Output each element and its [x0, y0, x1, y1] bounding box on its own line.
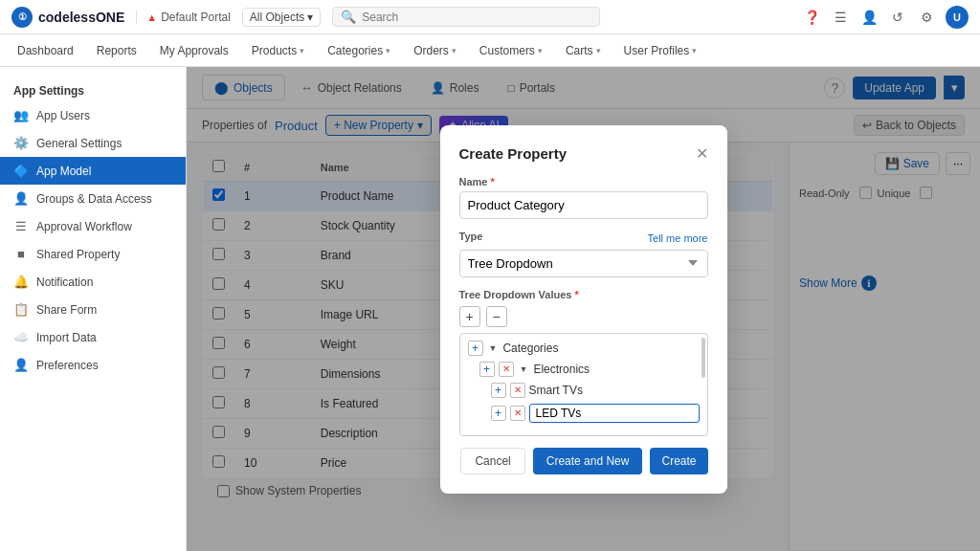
- logo-icon: ①: [11, 7, 33, 28]
- sidebar-title: App Settings: [0, 78, 186, 101]
- sidebar-item-import-data[interactable]: ☁️ Import Data: [0, 323, 186, 351]
- all-objects-label: All Objects: [250, 11, 304, 24]
- main-layout: App Settings 👥 App Users ⚙️ General Sett…: [0, 67, 980, 551]
- sidebar-item-app-users[interactable]: 👥 App Users: [0, 101, 186, 129]
- help-icon[interactable]: ❓: [802, 8, 821, 27]
- sidebar-label-notification: Notification: [36, 276, 93, 289]
- electronics-chevron-icon: ▼: [520, 364, 528, 374]
- menu-item-userprofiles[interactable]: User Profiles ▾: [622, 38, 700, 63]
- sidebar-label-preferences: Preferences: [36, 359, 99, 372]
- menu-item-dashboard[interactable]: Dashboard: [15, 38, 76, 63]
- avatar[interactable]: U: [946, 6, 969, 29]
- sidebar: App Settings 👥 App Users ⚙️ General Sett…: [0, 67, 187, 551]
- led-tvs-input[interactable]: [529, 404, 700, 423]
- sidebar-label-import-data: Import Data: [36, 331, 97, 344]
- menu-item-approvals[interactable]: My Approvals: [158, 38, 231, 63]
- shared-property-icon: ■: [13, 247, 29, 261]
- menu-item-products[interactable]: Products ▾: [250, 38, 306, 63]
- menu-item-carts[interactable]: Carts ▾: [564, 38, 603, 63]
- electronics-add-button[interactable]: +: [479, 362, 495, 377]
- cancel-button[interactable]: Cancel: [460, 448, 524, 474]
- history-icon[interactable]: ↺: [888, 8, 907, 27]
- menu-item-reports[interactable]: Reports: [95, 38, 139, 63]
- all-objects-caret: ▾: [307, 11, 313, 24]
- logo: ① codelessONE: [11, 7, 124, 28]
- name-input[interactable]: [459, 191, 708, 219]
- approval-icon: ☰: [13, 219, 29, 233]
- sidebar-item-approval-workflow[interactable]: ☰ Approval Workflow: [0, 212, 186, 240]
- sidebar-item-general-settings[interactable]: ⚙️ General Settings: [0, 129, 186, 157]
- categories-add-button[interactable]: +: [468, 341, 483, 356]
- led-tvs-remove-button[interactable]: ✕: [510, 406, 525, 421]
- tree-scrollbar[interactable]: [702, 338, 705, 378]
- tree-item-smart-tvs: + ✕ Smart TVs: [483, 380, 707, 401]
- sidebar-item-preferences[interactable]: 👤 Preferences: [0, 351, 186, 379]
- type-row: Type Tell me more: [459, 231, 708, 246]
- sidebar-label-app-users: App Users: [36, 109, 90, 122]
- sidebar-item-groups[interactable]: 👤 Groups & Data Access: [0, 185, 186, 212]
- menu-item-orders[interactable]: Orders ▾: [412, 38, 458, 63]
- tree-item-electronics: + ✕ ▼ Electronics: [472, 359, 707, 380]
- modal-footer: Cancel Create and New Create: [459, 448, 708, 474]
- users-nav-icon[interactable]: 👤: [859, 8, 879, 27]
- sidebar-label-groups: Groups & Data Access: [36, 192, 152, 206]
- smart-tvs-add-button[interactable]: +: [491, 383, 506, 398]
- sidebar-label-shared-property: Shared Property: [36, 248, 120, 261]
- search-input[interactable]: [362, 11, 591, 24]
- menu-item-categories[interactable]: Categories ▾: [325, 38, 392, 63]
- search-bar[interactable]: 🔍: [332, 7, 600, 27]
- tree-item-categories: + ▼ Categories: [460, 338, 707, 359]
- electronics-remove-button[interactable]: ✕: [499, 362, 514, 377]
- create-property-modal: Create Property ✕ Name * Type Tell me mo…: [440, 125, 727, 494]
- sidebar-label-approval: Approval Workflow: [36, 220, 132, 233]
- electronics-label: Electronics: [533, 363, 590, 376]
- smart-tvs-remove-button[interactable]: ✕: [510, 383, 525, 398]
- top-navigation: ① codelessONE ▲ Default Portal All Objec…: [0, 0, 980, 34]
- tree-add-button[interactable]: +: [459, 306, 480, 327]
- type-field-label: Type: [459, 231, 483, 242]
- portal-badge: ▲ Default Portal: [136, 11, 231, 24]
- sidebar-label-share-form: Share Form: [36, 303, 97, 317]
- logo-text: codelessONE: [38, 10, 124, 25]
- create-and-new-button[interactable]: Create and New: [533, 448, 643, 474]
- menu-icon[interactable]: ☰: [831, 8, 850, 27]
- modal-overlay: Create Property ✕ Name * Type Tell me mo…: [187, 67, 980, 551]
- portal-icon: ▲: [146, 11, 157, 23]
- modal-close-button[interactable]: ✕: [696, 144, 708, 163]
- general-settings-icon: ⚙️: [13, 136, 29, 150]
- categories-label: Categories: [502, 342, 558, 355]
- sidebar-item-shared-property[interactable]: ■ Shared Property: [0, 240, 186, 268]
- app-users-icon: 👥: [13, 108, 29, 122]
- sidebar-item-app-model[interactable]: 🔷 App Model: [0, 157, 186, 185]
- name-required-star: *: [491, 176, 495, 187]
- sidebar-item-notification[interactable]: 🔔 Notification: [0, 268, 186, 296]
- nav-icons: ❓ ☰ 👤 ↺ ⚙ U: [802, 6, 969, 29]
- modal-title: Create Property: [459, 145, 568, 162]
- share-form-icon: 📋: [13, 302, 29, 317]
- settings-icon[interactable]: ⚙: [917, 8, 936, 27]
- menu-bar: Dashboard Reports My Approvals Products …: [0, 34, 980, 67]
- all-objects-button[interactable]: All Objects ▾: [242, 8, 321, 27]
- portal-name: Default Portal: [161, 11, 231, 24]
- sidebar-label-app-model: App Model: [36, 165, 91, 178]
- categories-chevron-icon: ▼: [489, 343, 498, 353]
- content-area: ⬤ Objects ↔ Object Relations 👤 Roles □ P…: [187, 67, 980, 551]
- tree-scroll[interactable]: + ▼ Categories + ✕ ▼ Electronics: [460, 334, 707, 435]
- tree-values-container: + ▼ Categories + ✕ ▼ Electronics: [459, 333, 708, 436]
- tree-toolbar: + −: [459, 306, 708, 327]
- notification-icon: 🔔: [13, 275, 29, 289]
- groups-icon: 👤: [13, 191, 29, 206]
- tree-remove-button[interactable]: −: [486, 306, 507, 327]
- type-select[interactable]: Tree Dropdown: [459, 250, 708, 277]
- app-model-icon: 🔷: [13, 164, 29, 178]
- import-data-icon: ☁️: [13, 330, 29, 344]
- sidebar-item-share-form[interactable]: 📋 Share Form: [0, 296, 186, 323]
- led-tvs-add-button[interactable]: +: [491, 406, 506, 421]
- sidebar-label-general-settings: General Settings: [36, 137, 122, 150]
- search-icon: 🔍: [341, 10, 356, 24]
- create-button[interactable]: Create: [650, 448, 707, 474]
- tree-values-label: Tree Dropdown Values *: [459, 289, 708, 300]
- menu-item-customers[interactable]: Customers ▾: [478, 38, 545, 63]
- tell-me-more-link[interactable]: Tell me more: [648, 232, 708, 244]
- modal-header: Create Property ✕: [459, 144, 708, 163]
